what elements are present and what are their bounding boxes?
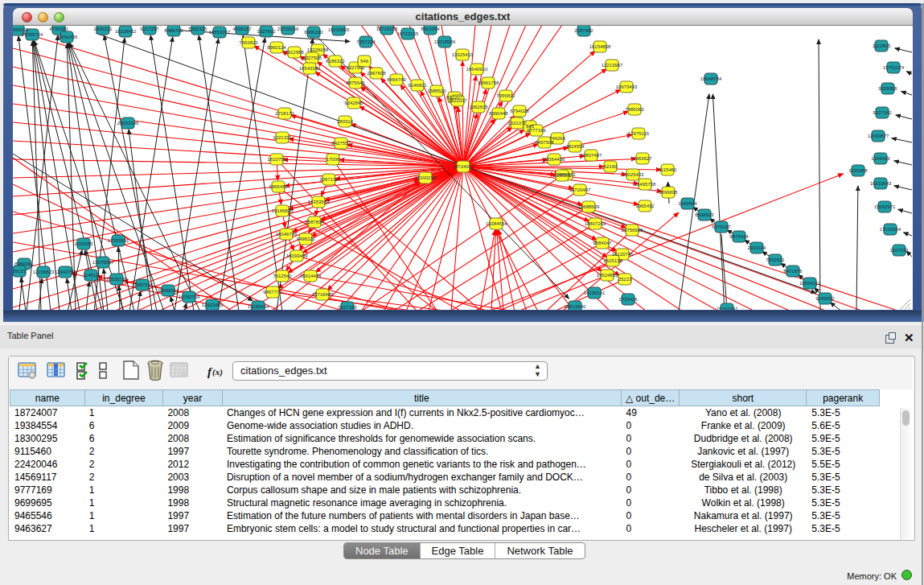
svg-text:9227342: 9227342	[873, 110, 892, 115]
svg-text:19166825: 19166825	[272, 208, 294, 213]
svg-text:16154808: 16154808	[589, 44, 611, 49]
svg-text:9699695: 9699695	[659, 190, 678, 195]
svg-text:1327602: 1327602	[257, 29, 276, 34]
svg-text:16120746: 16120746	[612, 252, 634, 257]
svg-text:7663822: 7663822	[239, 40, 258, 45]
svg-text:16640910: 16640910	[466, 67, 488, 72]
svg-text:15716485: 15716485	[312, 292, 334, 297]
svg-text:1112805: 1112805	[873, 43, 891, 48]
svg-text:746266: 746266	[549, 136, 566, 141]
svg-text:2967608: 2967608	[367, 71, 386, 76]
svg-text:15692971: 15692971	[874, 204, 896, 209]
svg-text:16553267: 16553267	[209, 30, 231, 35]
svg-text:5682115: 5682115	[189, 27, 208, 31]
svg-text:1733426: 1733426	[618, 297, 638, 302]
svg-text:9327508: 9327508	[302, 56, 322, 60]
svg-text:8990448: 8990448	[489, 111, 508, 116]
svg-text:8427552: 8427552	[331, 141, 351, 146]
svg-text:16093489: 16093489	[286, 253, 308, 258]
svg-text:7485063: 7485063	[625, 107, 644, 112]
svg-text:8960124: 8960124	[267, 45, 286, 50]
svg-text:9463627: 9463627	[633, 156, 652, 161]
svg-text:13325419: 13325419	[452, 52, 474, 57]
svg-text:16046745: 16046745	[276, 232, 298, 237]
svg-text:16033809: 16033809	[328, 27, 350, 32]
svg-text:12975115: 12975115	[628, 131, 650, 136]
svg-text:17353991: 17353991	[108, 238, 129, 243]
svg-text:16782759: 16782759	[179, 295, 200, 299]
svg-text:62160: 62160	[604, 164, 618, 169]
svg-text:1621072: 1621072	[507, 121, 527, 126]
svg-text:10654112: 10654112	[799, 281, 821, 286]
svg-text:20691406: 20691406	[56, 35, 78, 39]
svg-text:19384554: 19384554	[486, 221, 507, 226]
svg-text:3215958: 3215958	[848, 168, 868, 173]
svg-text:12156823: 12156823	[33, 270, 55, 274]
svg-text:12942757: 12942757	[55, 270, 76, 274]
svg-text:15720407: 15720407	[569, 187, 591, 192]
svg-text:1640954: 1640954	[678, 201, 697, 206]
svg-text:10228452: 10228452	[115, 29, 137, 34]
svg-text:4439167: 4439167	[232, 27, 252, 31]
svg-text:25223: 25223	[618, 277, 632, 282]
svg-text:10958117: 10958117	[158, 288, 179, 293]
svg-text:1362615: 1362615	[469, 105, 488, 109]
svg-text:12923465: 12923465	[202, 303, 224, 307]
svg-text:20813640: 20813640	[565, 304, 586, 309]
svg-text:20756928: 20756928	[622, 228, 643, 233]
svg-text:15300295: 15300295	[415, 175, 437, 180]
svg-text:9684047: 9684047	[593, 241, 612, 245]
svg-text:1244419: 1244419	[871, 156, 890, 161]
svg-text:18724007: 18724007	[453, 164, 474, 169]
svg-text:20364436: 20364436	[544, 157, 565, 162]
svg-text:114519: 114519	[83, 273, 99, 278]
svg-text:1839221: 1839221	[93, 27, 113, 31]
svg-text:2087682: 2087682	[574, 28, 593, 33]
svg-text:15157347: 15157347	[717, 307, 738, 310]
svg-text:10973493: 10973493	[616, 84, 638, 89]
svg-text:16543382: 16543382	[299, 66, 321, 71]
svg-text:7632621: 7632621	[766, 257, 785, 262]
svg-text:3822037: 3822037	[448, 98, 467, 103]
svg-text:10719155: 10719155	[376, 27, 398, 31]
svg-text:1498222: 1498222	[296, 237, 315, 241]
svg-text:16210643: 16210643	[870, 181, 892, 186]
svg-text:14353584: 14353584	[308, 200, 330, 204]
svg-text:3917183: 3917183	[338, 305, 357, 310]
svg-text:1615132: 1615132	[603, 258, 622, 263]
svg-text:9217207: 9217207	[140, 27, 159, 31]
svg-text:1610755: 1610755	[267, 157, 286, 162]
svg-text:17016504: 17016504	[880, 227, 901, 232]
svg-text:16648784: 16648784	[700, 76, 722, 81]
svg-text:8471676: 8471676	[783, 269, 803, 274]
svg-text:6379197: 6379197	[712, 225, 731, 229]
svg-text:3824554: 3824554	[565, 144, 585, 149]
svg-text:280314: 280314	[337, 119, 354, 124]
svg-text:7955812: 7955812	[496, 93, 515, 98]
svg-text:7357224: 7357224	[356, 39, 376, 44]
svg-text:9777169: 9777169	[527, 128, 546, 133]
svg-text:1167533: 1167533	[890, 248, 910, 253]
svg-text:20053346: 20053346	[117, 121, 139, 126]
svg-text:19218506: 19218506	[434, 39, 456, 44]
svg-text:8186323: 8186323	[326, 59, 345, 64]
svg-text:10025433: 10025433	[622, 172, 644, 177]
svg-text:16961758: 16961758	[478, 80, 499, 85]
svg-text:16495758: 16495758	[634, 182, 656, 187]
svg-text:9245632: 9245632	[815, 296, 835, 301]
svg-text:1221331: 1221331	[273, 135, 292, 140]
svg-text:2933114: 2933114	[748, 245, 767, 250]
svg-text:1588520: 1588520	[427, 89, 446, 93]
svg-text:24055724: 24055724	[22, 32, 43, 37]
svg-text:16914479: 16914479	[300, 274, 322, 278]
svg-text:(x): (x)	[212, 367, 223, 377]
svg-text:1965492: 1965492	[635, 204, 655, 208]
svg-text:13975887: 13975887	[92, 260, 114, 265]
svg-text:23706266: 23706266	[277, 27, 299, 31]
svg-text:9474444: 9474444	[729, 234, 749, 239]
svg-text:9327502: 9327502	[346, 65, 365, 70]
svg-text:8450061: 8450061	[14, 262, 34, 266]
svg-text:6794028: 6794028	[510, 109, 529, 113]
svg-text:546: 546	[360, 59, 369, 64]
svg-text:12505135: 12505135	[106, 277, 128, 282]
